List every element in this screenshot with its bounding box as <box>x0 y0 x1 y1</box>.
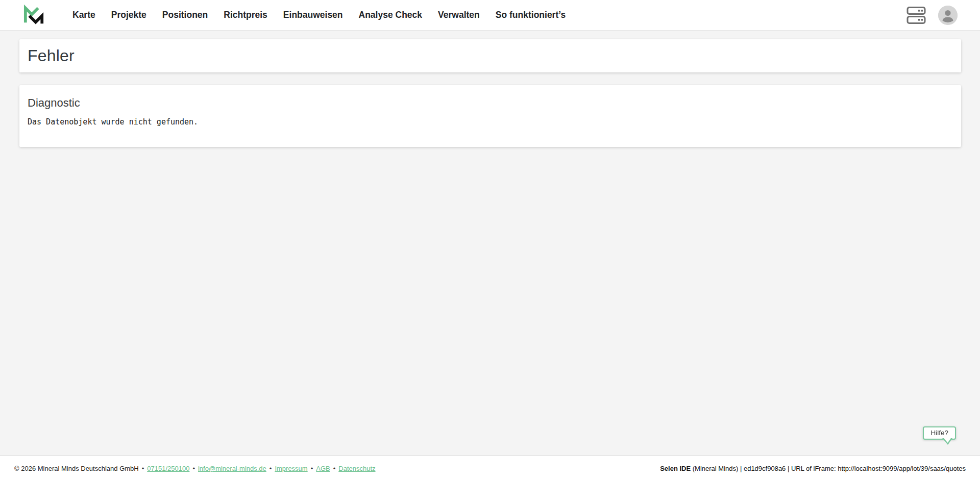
mineral-minds-logo-icon <box>23 5 45 26</box>
nav-item-verwalten[interactable]: Verwalten <box>438 10 480 20</box>
footer-system-info: Selen IDE (Mineral Minds) | ed1d9cf908a6… <box>660 465 966 472</box>
help-button[interactable]: Hilfe? <box>923 426 956 440</box>
app-footer: © 2026 Mineral Minds Deutschland GmbH • … <box>0 455 980 481</box>
help-button-label: Hilfe? <box>930 429 948 437</box>
diagnostic-heading: Diagnostic <box>28 96 953 110</box>
dns-icon <box>906 6 926 24</box>
system-details: (Mineral Minds) | ed1d9cf908a6 | URL of … <box>691 465 966 472</box>
user-avatar-icon <box>938 6 958 25</box>
page-title: Fehler <box>28 46 953 65</box>
nav-item-richtpreis[interactable]: Richtpreis <box>224 10 267 20</box>
app-header: Karte Projekte Positionen Richtpreis Ein… <box>0 0 980 31</box>
footer-link-datenschutz[interactable]: Datenschutz <box>338 465 375 472</box>
nav-item-projekte[interactable]: Projekte <box>111 10 146 20</box>
footer-link-impressum[interactable]: Impressum <box>275 465 307 472</box>
user-menu-button[interactable] <box>938 6 958 25</box>
diagnostic-message: Das Datenobjekt wurde nicht gefunden. <box>28 117 953 126</box>
nav-item-analyse-check[interactable]: Analyse Check <box>359 10 423 20</box>
system-name: Selen IDE <box>660 465 691 472</box>
footer-separator: • <box>311 465 313 472</box>
mineral-minds-logo[interactable] <box>23 5 45 26</box>
header-actions <box>906 6 958 25</box>
nav-item-karte[interactable]: Karte <box>72 10 95 20</box>
error-title-card: Fehler <box>19 39 961 72</box>
footer-separator: • <box>192 465 195 472</box>
nav-item-einbauweisen[interactable]: Einbauweisen <box>283 10 343 20</box>
server-status-button[interactable] <box>906 6 926 24</box>
footer-link-agb[interactable]: AGB <box>316 465 330 472</box>
footer-link-phone[interactable]: 07151/250100 <box>147 465 189 472</box>
diagnostic-card: Diagnostic Das Datenobjekt wurde nicht g… <box>19 85 961 147</box>
main-content: Fehler Diagnostic Das Datenobjekt wurde … <box>0 31 980 455</box>
footer-legal: © 2026 Mineral Minds Deutschland GmbH • … <box>14 465 376 472</box>
nav-item-so-funktionierts[interactable]: So funktioniert’s <box>496 10 566 20</box>
footer-separator: • <box>270 465 272 472</box>
footer-separator: • <box>333 465 336 472</box>
footer-separator: • <box>142 465 144 472</box>
main-nav: Karte Projekte Positionen Richtpreis Ein… <box>72 10 566 20</box>
copyright-text: © 2026 Mineral Minds Deutschland GmbH <box>14 465 139 472</box>
footer-link-email[interactable]: info@mineral-minds.de <box>198 465 266 472</box>
nav-item-positionen[interactable]: Positionen <box>162 10 208 20</box>
